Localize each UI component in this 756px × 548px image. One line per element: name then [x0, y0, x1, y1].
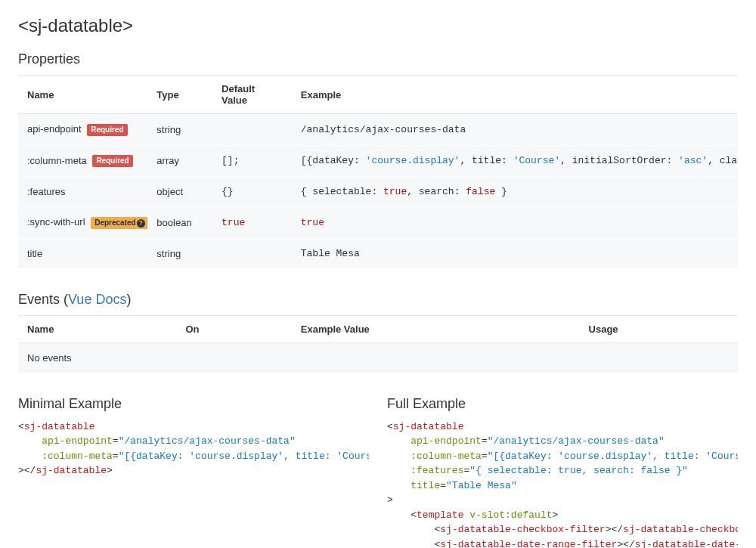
- th-name: Name: [18, 76, 147, 114]
- prop-name: title: [18, 238, 147, 268]
- table-row: No events: [18, 342, 738, 373]
- prop-default: [212, 114, 292, 146]
- prop-example: { selectable: true, search: false }: [292, 177, 738, 207]
- prop-example: Table Mesa: [292, 238, 738, 268]
- prop-name: :features: [18, 177, 147, 207]
- properties-section: Properties Name Type Default Value Examp…: [18, 51, 738, 269]
- prop-example: /analytics/ajax-courses-data: [292, 114, 738, 146]
- full-example: Full Example <sj-datatable api-endpoint=…: [387, 396, 738, 548]
- prop-default: true: [212, 207, 292, 239]
- events-heading: Events (Vue Docs): [18, 292, 738, 308]
- prop-example: true: [292, 207, 738, 239]
- prop-name: :sync-with-url: [27, 216, 85, 228]
- th-example: Example: [292, 76, 738, 114]
- minimal-example: Minimal Example <sj-datatable api-endpoi…: [18, 396, 369, 548]
- prop-type: boolean: [147, 207, 212, 239]
- events-section: Events (Vue Docs) Name On Example Value …: [18, 292, 738, 373]
- th-on: On: [176, 315, 291, 342]
- prop-name: :column-meta: [27, 155, 87, 166]
- full-example-code: <sj-datatable api-endpoint="/analytics/a…: [387, 420, 738, 548]
- th-name: Name: [18, 315, 176, 342]
- events-table: Name On Example Value Usage No events: [18, 315, 738, 373]
- prop-type: array: [147, 145, 212, 177]
- help-icon[interactable]: ?: [137, 219, 145, 228]
- table-row: api-endpoint Required string /analytics/…: [18, 114, 738, 146]
- prop-type: string: [147, 114, 212, 146]
- th-example-value: Example Value: [292, 315, 580, 342]
- th-type: Type: [147, 76, 212, 114]
- table-row: :features object {} { selectable: true, …: [18, 177, 738, 207]
- no-events-cell: No events: [18, 342, 738, 373]
- vue-docs-link[interactable]: Vue Docs: [68, 292, 126, 307]
- table-row: :sync-with-url Deprecated? boolean true …: [18, 207, 738, 239]
- full-example-heading: Full Example: [387, 396, 738, 412]
- prop-type: string: [147, 238, 212, 268]
- th-usage: Usage: [580, 315, 738, 342]
- prop-default: [212, 238, 292, 268]
- deprecated-badge: Deprecated?: [91, 217, 147, 229]
- prop-default: {}: [212, 177, 292, 207]
- prop-type: object: [147, 177, 212, 207]
- prop-name: api-endpoint: [27, 123, 82, 135]
- prop-default: [];: [212, 145, 292, 177]
- required-badge: Required: [87, 124, 127, 136]
- minimal-example-code: <sj-datatable api-endpoint="/analytics/a…: [18, 420, 369, 478]
- table-row: :column-meta Required array []; [{dataKe…: [18, 145, 738, 177]
- properties-heading: Properties: [18, 51, 738, 67]
- th-default: Default Value: [212, 76, 292, 114]
- properties-table: Name Type Default Value Example api-endp…: [18, 75, 738, 269]
- prop-example: [{dataKey: 'course.display', title: 'Cou…: [292, 145, 738, 177]
- minimal-example-heading: Minimal Example: [18, 396, 369, 412]
- examples-row: Minimal Example <sj-datatable api-endpoi…: [18, 396, 738, 548]
- page-title: <sj-datatable>: [18, 15, 738, 36]
- required-badge: Required: [92, 155, 132, 167]
- table-row: title string Table Mesa: [18, 238, 738, 268]
